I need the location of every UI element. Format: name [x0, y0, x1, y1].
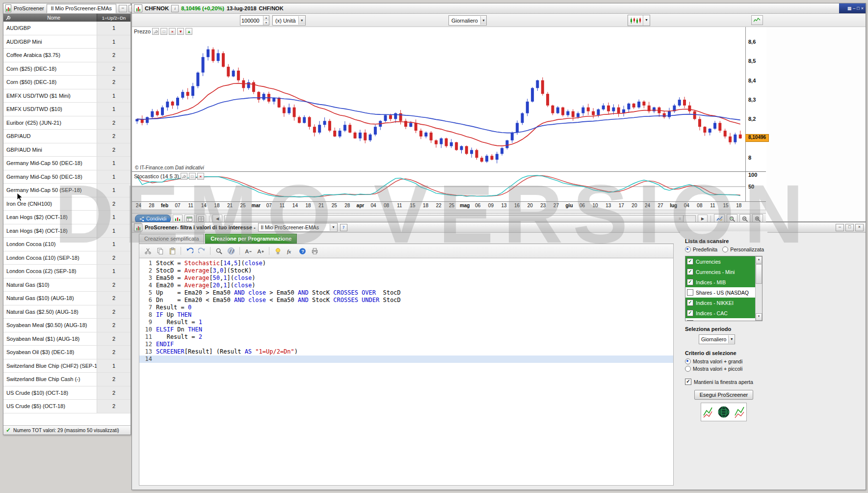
code-line[interactable]: 5Up = Ema20 > Ema50 AND close > Ema50 AN… [139, 289, 673, 297]
quantity-down-icon[interactable]: ▼ [263, 21, 269, 26]
scan-list-item[interactable]: Shares - US (NASDAQ [685, 287, 756, 298]
table-row[interactable]: Germany Mid-Cap 50 (DEC-18)1 [3, 157, 131, 170]
code-line[interactable]: 12ENDIF [139, 341, 673, 348]
code-line[interactable]: 13SCREENER[Result] (Result AS "1=Up/2=Dn… [139, 348, 673, 356]
radio-icon[interactable] [722, 246, 728, 252]
minimize-icon[interactable]: – [119, 5, 127, 12]
checkbox-icon[interactable]: ✓ [685, 379, 691, 385]
undo-icon[interactable] [184, 246, 195, 256]
scan-list-item[interactable] [685, 318, 756, 321]
scan-list-item[interactable]: ✓Indices - NIKKEI [685, 298, 756, 308]
new-window-icon[interactable]: □ [189, 173, 196, 180]
quantity-input[interactable] [240, 16, 263, 25]
chevron-down-icon[interactable]: ▾ [298, 16, 305, 25]
table-row[interactable]: GBP/AUD Mini2 [3, 143, 131, 157]
screener-select[interactable]: Il Mio ProScreener-EMAs ▾ [258, 223, 338, 232]
code-line[interactable]: 6Dn = Ema20 < Ema50 AND close < Ema50 AN… [139, 297, 673, 304]
radio-icon[interactable] [685, 246, 691, 252]
code-editor[interactable]: 1StocK = Stochastic[14,5](close)2StocD =… [139, 258, 674, 486]
cut-icon[interactable] [142, 246, 153, 256]
table-row[interactable]: Natural Gas ($2.50) (AUG-18)2 [3, 305, 131, 319]
table-row[interactable]: Corn ($25) (DEC-18)2 [3, 62, 131, 76]
hint-bulb-icon[interactable] [272, 246, 283, 256]
help-icon[interactable]: ? [297, 246, 308, 256]
paste-icon[interactable] [167, 246, 178, 256]
table-row[interactable]: Coffee Arabica ($3.75)2 [3, 49, 131, 62]
table-row[interactable]: Switzerland Blue Chip (CHF2) (SEP-18)1 [3, 359, 131, 373]
wrench-icon[interactable] [5, 15, 11, 21]
code-line[interactable]: 8IF Up THEN [139, 311, 673, 319]
column-header-name[interactable]: Nome [47, 15, 60, 21]
results-window-titlebar[interactable]: ProScreener Il Mio ProScreener-EMAs – □ … [3, 3, 131, 14]
close-pane-icon[interactable]: × [197, 173, 204, 180]
scan-list-item[interactable]: ✓Indices - MIB [685, 277, 756, 287]
scrollbar-thumb[interactable] [756, 264, 762, 284]
insert-function-icon[interactable]: fx [285, 246, 295, 256]
buy-arrow-icon[interactable]: ▲ [185, 28, 192, 35]
code-line[interactable]: 7Result = 0 [139, 304, 673, 311]
table-row[interactable]: Soyabean Meal ($1) (AUG-18)2 [3, 332, 131, 346]
chevron-down-icon[interactable]: ▾ [330, 224, 337, 231]
chevron-down-icon[interactable]: ▾ [728, 335, 735, 343]
quantity-up-icon[interactable]: ▲ [263, 16, 269, 21]
table-row[interactable]: EMFX USD/TWD ($1 Mini)1 [3, 89, 131, 103]
checkbox-icon[interactable] [687, 289, 693, 296]
chevron-down-icon[interactable]: ▾ [643, 15, 650, 26]
chart-style-select[interactable]: ▾ [628, 15, 650, 26]
code-line[interactable]: 10ELSIF Dn THEN [139, 326, 673, 333]
font-increase-icon[interactable]: A [255, 246, 266, 256]
sell-arrow-icon[interactable]: ▼ [177, 28, 184, 35]
copy-icon[interactable] [155, 246, 165, 256]
scroll-up-icon[interactable]: ▲ [756, 256, 762, 264]
radio-custom[interactable]: Personalizzata [722, 246, 764, 252]
maximize-icon[interactable]: □ [857, 5, 859, 11]
unit-select[interactable]: (x) Unità ▾ [272, 15, 306, 26]
table-row[interactable]: Germany Mid-Cap 50 (DEC-18)1 [3, 170, 131, 184]
table-row[interactable]: London Cocoa (£10) (SEP-18)2 [3, 251, 131, 265]
code-line[interactable]: 1StocK = Stochastic[14,5](close) [139, 260, 673, 267]
chart-hscrollbar[interactable]: ≡ [224, 215, 696, 222]
table-row[interactable]: US Crude ($10) (OCT-18)2 [3, 386, 131, 400]
table-row[interactable]: US Crude ($5) (OCT-18)2 [3, 400, 131, 413]
code-line[interactable]: 3Ema50 = Average[50,1](close) [139, 274, 673, 282]
table-row[interactable]: Natural Gas ($10)2 [3, 278, 131, 292]
new-window-icon[interactable]: □ [160, 28, 167, 35]
table-row[interactable]: Lean Hogs ($2) (OCT-18)1 [3, 211, 131, 224]
tab-programming-creation[interactable]: Creazione per Programmazione [205, 234, 297, 244]
table-row[interactable]: AUD/GBP Mini1 [3, 35, 131, 49]
search-icon[interactable] [213, 246, 224, 256]
scan-list-scrollbar[interactable]: ▲ ▼ [755, 256, 762, 321]
results-doc-tab[interactable]: Il Mio ProScreener-EMAs [47, 4, 116, 13]
wrench-icon[interactable] [181, 173, 187, 180]
table-row[interactable]: Soyabean Oil ($3) (DEC-18)2 [3, 346, 131, 359]
radio-icon[interactable] [685, 358, 691, 364]
wrench-icon[interactable] [152, 28, 159, 35]
info-icon[interactable]: i [171, 5, 179, 12]
checkbox-icon[interactable]: ✓ [687, 279, 693, 285]
table-row[interactable]: EMFX USD/TWD ($10)1 [3, 103, 131, 116]
chevron-down-icon[interactable]: ▾ [480, 16, 486, 25]
close-icon[interactable]: × [861, 5, 864, 11]
checkbox-icon[interactable]: ✓ [687, 258, 693, 265]
run-proscreener-button[interactable]: Esegui ProScreener [694, 390, 753, 400]
price-chart[interactable] [132, 27, 745, 171]
table-row[interactable]: Corn ($50) (DEC-18)2 [3, 76, 131, 89]
chart-window-titlebar[interactable]: CHFNOK i 8,10496 (+0,20%) 13-lug-2018 CH… [132, 3, 866, 14]
radio-show-smallest[interactable]: Mostra valori + piccoli [685, 366, 763, 372]
code-line[interactable]: 9 Result = 1 [139, 319, 673, 326]
workspace-grid-icon[interactable]: ▦ [847, 5, 852, 11]
table-row[interactable]: Switzerland Blue Chip Cash (-)2 [3, 373, 131, 386]
column-header-value[interactable]: 1=Up/2=Dn [97, 14, 131, 22]
font-decrease-icon[interactable]: A [243, 246, 254, 256]
hscrollbar-thumb[interactable]: ≡ [225, 216, 684, 222]
maximize-icon[interactable]: □ [845, 224, 854, 231]
code-line[interactable]: 4Ema20 = Average[20,1](close) [139, 282, 673, 289]
table-row[interactable]: Iron Ore (CNH100)2 [3, 197, 131, 211]
table-row[interactable]: GBP/AUD2 [3, 130, 131, 143]
table-row[interactable]: London Cocoa (£10)1 [3, 238, 131, 251]
keep-window-open-checkbox[interactable]: ✓ Mantieni la finestra aperta [685, 379, 763, 385]
redo-icon[interactable] [196, 246, 207, 256]
scan-list-item[interactable]: ✓Indices - CAC [685, 308, 756, 318]
radio-predefined[interactable]: Predefinita [685, 246, 717, 252]
checkbox-icon[interactable]: ✓ [687, 310, 693, 316]
